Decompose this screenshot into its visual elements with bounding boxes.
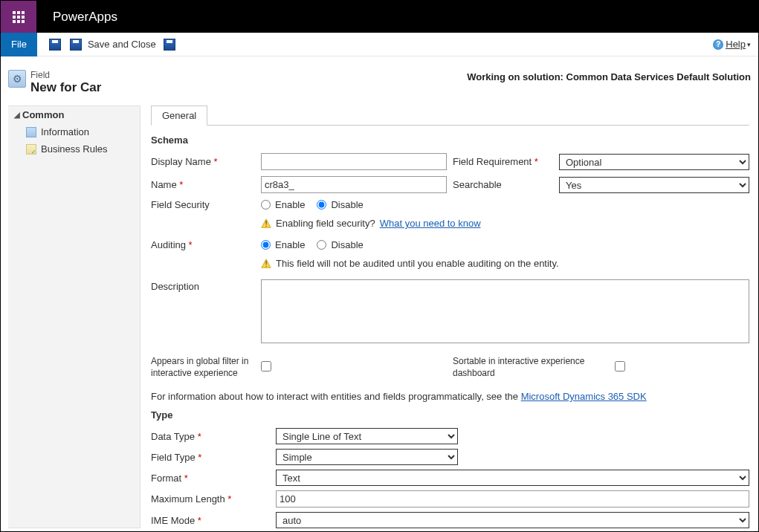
ime-mode-select[interactable]: auto bbox=[276, 512, 749, 528]
security-learn-link[interactable]: What you need to know bbox=[380, 218, 481, 229]
chevron-down-icon: ▾ bbox=[747, 41, 751, 48]
solution-context: Working on solution: Common Data Service… bbox=[467, 71, 751, 82]
sidebar-item-information[interactable]: Information bbox=[8, 123, 140, 140]
tab-general[interactable]: General bbox=[151, 106, 207, 126]
format-label: Format bbox=[151, 473, 270, 484]
waffle-icon bbox=[13, 11, 25, 23]
sidebar-item-business-rules[interactable]: Business Rules bbox=[8, 140, 140, 158]
svg-text:!: ! bbox=[265, 218, 267, 227]
field-security-disable-radio[interactable] bbox=[317, 200, 326, 210]
security-warning-text: Enabling field security? bbox=[276, 218, 375, 229]
save-close-label: Save and Close bbox=[88, 39, 156, 50]
save-new-icon[interactable] bbox=[164, 39, 175, 51]
sidebar: ◢ Common Information Business Rules bbox=[8, 106, 141, 528]
description-label: Description bbox=[151, 279, 255, 292]
enable-label: Enable bbox=[275, 199, 305, 210]
field-gear-icon bbox=[8, 70, 26, 88]
save-icon[interactable] bbox=[49, 39, 61, 51]
sdk-info-text: For information about how to interact wi… bbox=[151, 391, 521, 402]
format-select[interactable]: Text bbox=[276, 470, 749, 486]
svg-text:!: ! bbox=[265, 259, 267, 267]
information-icon bbox=[26, 127, 36, 137]
sidebar-group-common[interactable]: ◢ Common bbox=[8, 106, 140, 123]
save-close-icon bbox=[70, 39, 82, 51]
collapse-icon: ◢ bbox=[14, 111, 20, 119]
help-icon: ? bbox=[713, 39, 723, 50]
header-category: Field bbox=[30, 70, 101, 80]
file-button[interactable]: File bbox=[1, 33, 37, 56]
disable-label: Disable bbox=[331, 239, 363, 250]
warning-icon: ! bbox=[261, 259, 271, 269]
sdk-link[interactable]: Microsoft Dynamics 365 SDK bbox=[521, 391, 647, 402]
appears-global-filter-checkbox[interactable] bbox=[261, 361, 271, 372]
data-type-select[interactable]: Single Line of Text bbox=[276, 428, 458, 444]
enable-label: Enable bbox=[275, 239, 305, 250]
app-launcher-button[interactable] bbox=[1, 1, 36, 33]
field-requirement-label: Field Requirement bbox=[453, 156, 553, 167]
sidebar-item-label: Business Rules bbox=[41, 143, 108, 155]
save-and-close-button[interactable]: Save and Close bbox=[65, 39, 156, 51]
description-textarea[interactable] bbox=[261, 279, 749, 343]
name-label: Name bbox=[151, 179, 255, 190]
schema-section-title: Schema bbox=[151, 134, 749, 146]
field-security-label: Field Security bbox=[151, 199, 255, 210]
sidebar-group-label: Common bbox=[22, 109, 64, 120]
searchable-label: Searchable bbox=[453, 179, 553, 190]
help-button[interactable]: ? Help ▾ bbox=[713, 39, 751, 50]
field-type-label: Field Type bbox=[151, 452, 270, 463]
type-section-title: Type bbox=[151, 409, 749, 421]
sortable-dashboard-checkbox[interactable] bbox=[615, 361, 625, 372]
disable-label: Disable bbox=[331, 199, 363, 210]
field-requirement-select[interactable]: Optional bbox=[559, 154, 749, 170]
help-label: Help bbox=[726, 39, 746, 50]
auditing-label: Auditing bbox=[151, 239, 255, 250]
max-length-label: Maximum Length bbox=[151, 493, 270, 505]
name-input[interactable] bbox=[261, 176, 447, 193]
max-length-input[interactable] bbox=[276, 490, 749, 507]
business-rules-icon bbox=[26, 144, 36, 155]
data-type-label: Data Type bbox=[151, 431, 270, 442]
appears-global-filter-label: Appears in global filter in interactive … bbox=[151, 356, 255, 379]
warning-icon: ! bbox=[261, 218, 271, 229]
ime-mode-label: IME Mode bbox=[151, 515, 270, 526]
field-security-enable-radio[interactable] bbox=[261, 200, 271, 210]
searchable-select[interactable]: Yes bbox=[559, 177, 749, 193]
display-name-label: Display Name bbox=[151, 156, 255, 167]
sidebar-item-label: Information bbox=[41, 126, 89, 137]
sortable-dashboard-label: Sortable in interactive experience dashb… bbox=[453, 356, 609, 379]
field-type-select[interactable]: Simple bbox=[276, 449, 458, 465]
brand-label: PowerApps bbox=[36, 10, 117, 25]
page-title: New for Car bbox=[30, 80, 101, 95]
display-name-input[interactable] bbox=[261, 153, 447, 170]
auditing-disable-radio[interactable] bbox=[317, 240, 326, 250]
auditing-enable-radio[interactable] bbox=[261, 240, 271, 250]
audit-warning-text: This field will not be audited until you… bbox=[276, 258, 559, 269]
